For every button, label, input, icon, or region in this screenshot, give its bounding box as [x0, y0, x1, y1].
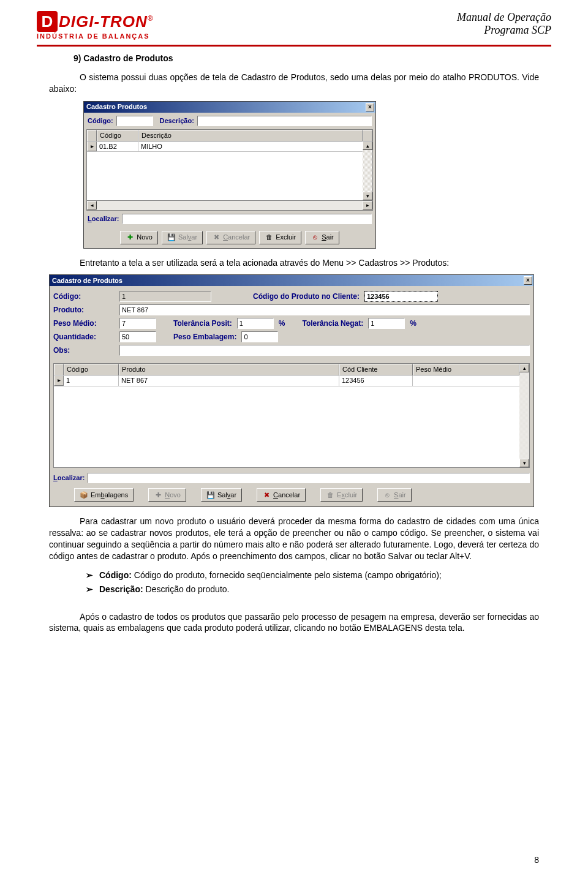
sair-button-2[interactable]: ⎋Sair — [377, 488, 412, 502]
save-icon-2: 💾 — [206, 491, 215, 499]
col-codcliente[interactable]: Cód Cliente — [339, 364, 413, 375]
save-icon: 💾 — [167, 233, 176, 242]
scroll-track-2[interactable] — [519, 372, 529, 459]
cell-prod: NET 867 — [119, 375, 339, 386]
input-obs[interactable] — [119, 345, 530, 356]
list-item-descricao: ➢ Descrição: Descrição do produto. — [86, 584, 539, 595]
input-codigo-2[interactable]: 1 — [119, 291, 211, 302]
col-descricao[interactable]: Descrição — [138, 130, 363, 141]
page-number: 8 — [534, 855, 539, 865]
novo-button[interactable]: ✚Novo — [120, 231, 158, 244]
scroll-down-icon[interactable]: ▾ — [363, 192, 372, 200]
sair-button[interactable]: ⎋Sair — [305, 231, 339, 244]
label-pct-2: % — [410, 318, 417, 328]
cell-pm: 7 — [413, 375, 529, 386]
input-localizar-2[interactable] — [88, 473, 530, 483]
cell-descricao: MILHO — [138, 141, 372, 152]
exit-icon-2: ⎋ — [383, 491, 391, 499]
cell-codigo: 01.B2 — [97, 141, 138, 152]
plus-icon: ✚ — [126, 233, 134, 242]
label-codcli: Código do Produto no Cliente: — [253, 292, 360, 301]
para-4: Após o cadastro de todos os produtos que… — [49, 611, 539, 634]
novo-button-2[interactable]: ✚Novo — [148, 488, 186, 502]
col-scroll — [363, 130, 372, 141]
row-selector-icon[interactable]: ▸ — [87, 141, 97, 152]
bullet-strong-2: Descrição: — [99, 584, 143, 594]
excluir-button-2[interactable]: 🗑Excluir — [320, 488, 363, 502]
product-grid[interactable]: Código Descrição ▸ 01.B2 MILHO ▴ ▾ — [86, 129, 373, 201]
input-produto[interactable]: NET 867 — [119, 304, 530, 315]
input-localizar[interactable] — [122, 214, 372, 224]
bullet-strong-1: Código: — [99, 570, 132, 580]
input-codcli[interactable]: 123456 — [364, 291, 438, 302]
input-tol-negat[interactable]: 1 — [368, 318, 405, 329]
label-tol-negat: Tolerância Negat: — [302, 318, 363, 328]
col-codigo-2[interactable]: Código — [64, 364, 119, 375]
para-1: O sistema possui duas opções de tela de … — [49, 72, 539, 95]
label-produto: Produto: — [53, 305, 115, 315]
close-icon[interactable]: × — [366, 103, 374, 111]
title-text: Cadastro Produtos — [86, 102, 147, 111]
scroll-right-icon[interactable]: ▸ — [363, 201, 372, 209]
package-icon: 📦 — [80, 491, 88, 499]
label-localizar: Localizar: — [88, 214, 119, 224]
input-codigo[interactable] — [116, 116, 153, 126]
label-tol-posit: Tolerância Posit: — [173, 318, 232, 328]
arrow-icon: ➢ — [86, 570, 93, 581]
window-cadastro-produtos-small: Cadastro Produtos × Código: Descrição: C… — [83, 101, 376, 249]
input-quantidade[interactable]: 50 — [119, 331, 156, 342]
input-descricao[interactable] — [197, 116, 372, 126]
bullet-rest-2: Descrição do produto. — [143, 584, 230, 594]
scroll-up-icon[interactable]: ▴ — [363, 141, 372, 150]
title-text-2: Cadastro de Produtos — [52, 276, 123, 285]
list-item-codigo: ➢ Código: Código do produto, fornecido s… — [86, 570, 539, 581]
label-codigo: Código: — [88, 116, 113, 126]
scroll-left-icon[interactable]: ◂ — [87, 201, 97, 209]
input-tol-posit[interactable]: 1 — [237, 318, 274, 329]
titlebar: Cadastro Produtos × — [84, 102, 375, 113]
label-peso-embalagem: Peso Embalagem: — [173, 332, 236, 342]
plus-icon-2: ✚ — [154, 491, 162, 499]
cancelar-button-2[interactable]: ✖Cancelar — [257, 488, 306, 502]
col-produto[interactable]: Produto — [119, 364, 339, 375]
header-rule — [37, 45, 551, 47]
logo: D DIGI-TRON® INDÚSTRIA DE BALANÇAS — [37, 11, 154, 40]
product-grid-2[interactable]: Código Produto Cód Cliente Peso Médio ▸ … — [53, 363, 530, 468]
logo-text: DIGI-TRON® — [59, 12, 154, 31]
horizontal-scrollbar[interactable]: ◂ ▸ — [86, 201, 373, 211]
logo-d-icon: D — [37, 11, 58, 32]
bullet-rest-1: Código do produto, fornecido seqüencialm… — [132, 570, 442, 580]
label-peso-medio: Peso Médio: — [53, 318, 115, 328]
label-pct-1: % — [279, 318, 285, 328]
bullet-list: ➢ Código: Código do produto, fornecido s… — [86, 570, 539, 595]
col-codigo[interactable]: Código — [97, 130, 138, 141]
salvar-button[interactable]: 💾Salvar — [162, 231, 203, 244]
header-titles: Manual de Operação Programa SCP — [457, 11, 551, 37]
col-pesomedio[interactable]: Peso Médio — [413, 364, 519, 375]
para-3: Para cadastrar um novo produto o usuário… — [49, 516, 539, 562]
input-peso-medio[interactable]: 7 — [119, 318, 156, 329]
scroll-track[interactable] — [363, 150, 372, 192]
cell-cli: 123456 — [339, 375, 413, 386]
label-quantidade: Quantidade: — [53, 332, 115, 342]
excluir-button[interactable]: 🗑Excluir — [259, 231, 301, 244]
close-icon-2[interactable]: × — [524, 276, 532, 285]
cancelar-button[interactable]: ✖Cancelar — [206, 231, 255, 244]
table-row[interactable]: ▸ 01.B2 MILHO — [87, 141, 372, 152]
exit-icon: ⎋ — [311, 233, 319, 242]
header-title-1: Manual de Operação — [457, 11, 551, 24]
titlebar-2: Cadastro de Produtos × — [50, 275, 533, 286]
scroll-down-icon-2[interactable]: ▾ — [519, 459, 529, 467]
table-row-2[interactable]: ▸ 1 NET 867 123456 7 — [54, 375, 529, 386]
header-title-2: Programa SCP — [457, 24, 551, 37]
input-peso-embalagem[interactable]: 0 — [241, 331, 278, 342]
delete-icon-2: 🗑 — [326, 491, 334, 499]
row-selector-icon-2[interactable]: ▸ — [54, 375, 64, 386]
label-codigo-2: Código: — [53, 292, 115, 301]
label-localizar-2: Localizar: — [53, 473, 85, 483]
embalagens-button[interactable]: 📦Embalagens — [74, 488, 134, 502]
salvar-button-2[interactable]: 💾Salvar — [201, 488, 242, 502]
delete-icon: 🗑 — [265, 233, 273, 242]
window-cadastro-de-produtos: Cadastro de Produtos × Código: 1 Código … — [49, 274, 534, 507]
scroll-up-icon-2[interactable]: ▴ — [519, 364, 529, 372]
